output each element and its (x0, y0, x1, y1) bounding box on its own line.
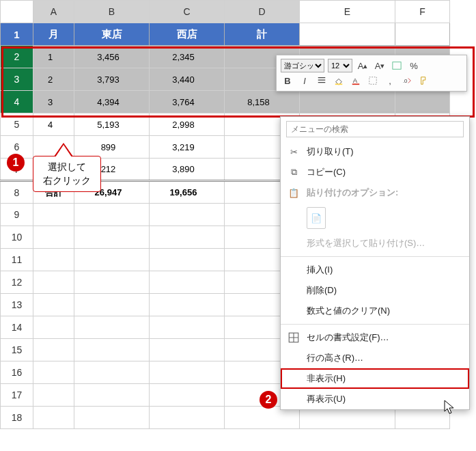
menu-hide[interactable]: 非表示(H) (281, 368, 469, 389)
row-header[interactable]: 10 (1, 226, 33, 249)
row-header-4[interactable]: 4 (1, 91, 33, 113)
menu-row-height[interactable]: 行の高さ(R)… (281, 348, 469, 368)
comma-style-icon[interactable]: , (383, 74, 397, 87)
accounting-format-icon[interactable] (390, 59, 404, 72)
col-header-b[interactable]: B (74, 1, 150, 23)
cell[interactable]: 3,456 (74, 46, 150, 68)
mouse-cursor-icon (444, 400, 456, 417)
italic-button[interactable]: I (298, 74, 311, 87)
cell[interactable]: 計 (225, 23, 300, 46)
col-header-f[interactable]: F (395, 1, 450, 23)
mini-toolbar[interactable]: 游ゴシック 12 A▴ A▾ % B I A , .0 (276, 55, 467, 92)
cell[interactable]: 899 (74, 136, 150, 159)
increase-font-icon[interactable]: A▴ (356, 59, 369, 72)
format-cells-icon (288, 331, 300, 344)
row-header-3[interactable]: 3 (1, 68, 33, 91)
cell[interactable]: 2 (33, 68, 74, 91)
menu-label: 数式と値のクリア(N) (307, 305, 390, 317)
cell[interactable]: 東店 (74, 23, 150, 46)
cell[interactable]: 3,440 (150, 68, 225, 91)
menu-separator (281, 324, 469, 325)
font-color-button[interactable]: A (349, 74, 363, 87)
row-header[interactable]: 16 (1, 361, 33, 384)
cell[interactable]: 4 (33, 113, 74, 136)
menu-paste-options: 📋 貼り付けのオプション: (281, 182, 469, 203)
align-button[interactable] (315, 74, 328, 87)
cell[interactable]: 19,656 (150, 181, 225, 204)
scissors-icon: ✂ (288, 147, 300, 157)
decrease-decimal-icon[interactable]: .0 (400, 74, 414, 87)
cell[interactable]: 2,998 (150, 113, 225, 136)
context-menu: ✂ 切り取り(T) ⧉ コピー(C) 📋 貼り付けのオプション: 📄 形式を選択… (280, 116, 470, 410)
menu-format-cells[interactable]: セルの書式設定(F)… (281, 327, 469, 348)
svg-rect-4 (369, 77, 377, 85)
cell[interactable]: 3,219 (150, 136, 225, 159)
menu-clear[interactable]: 数式と値のクリア(N) (281, 301, 469, 321)
cell[interactable]: 4,394 (74, 91, 150, 113)
row-header-1[interactable]: 1 (1, 23, 33, 46)
percent-icon[interactable]: % (407, 59, 421, 72)
col-header-e[interactable]: E (300, 1, 395, 23)
menu-search-input[interactable] (286, 121, 464, 137)
cell[interactable]: 2,345 (150, 46, 225, 68)
row-header[interactable]: 13 (1, 294, 33, 316)
col-header-d[interactable]: D (225, 1, 300, 23)
decrease-font-icon[interactable]: A▾ (373, 59, 387, 72)
menu-search[interactable] (281, 117, 469, 141)
cell[interactable]: 3,890 (150, 159, 225, 181)
cell[interactable] (395, 91, 450, 113)
menu-insert[interactable]: 挿入(I) (281, 260, 469, 280)
cell[interactable]: 3,793 (74, 68, 150, 91)
row-header[interactable]: 9 (1, 204, 33, 226)
select-all-corner[interactable] (1, 1, 33, 23)
menu-label: セルの書式設定(F)… (307, 331, 389, 344)
bold-button[interactable]: B (281, 74, 294, 87)
paste-icon: 📄 (307, 207, 326, 229)
font-name-select[interactable]: 游ゴシック (281, 59, 324, 72)
menu-paste-special: 形式を選択して貼り付け(S)… (281, 233, 469, 254)
svg-text:A: A (353, 77, 358, 84)
row-header[interactable]: 15 (1, 339, 33, 361)
cell[interactable] (300, 91, 395, 113)
cell[interactable]: 5,193 (74, 113, 150, 136)
col-header-a[interactable]: A (33, 1, 74, 23)
row-header-5[interactable]: 5 (1, 113, 33, 136)
row-header-8[interactable]: 8 (1, 181, 33, 204)
cell[interactable]: 月 (33, 23, 74, 46)
menu-unhide[interactable]: 再表示(U) (281, 389, 469, 409)
row-header[interactable]: 12 (1, 271, 33, 294)
cell[interactable]: 3,764 (150, 91, 225, 113)
menu-label: 行の高さ(R)… (307, 352, 363, 364)
row-header[interactable]: 17 (1, 384, 33, 407)
callout-line2: 右クリック (43, 174, 91, 188)
annotation-badge-1: 1 (7, 154, 25, 172)
col-header-c[interactable]: C (150, 1, 225, 23)
svg-rect-0 (393, 62, 401, 70)
fill-color-button[interactable] (332, 74, 346, 87)
menu-separator (281, 256, 469, 257)
cell[interactable]: 1 (33, 46, 74, 68)
menu-copy[interactable]: ⧉ コピー(C) (281, 162, 469, 182)
menu-label: 削除(D) (307, 284, 337, 297)
font-size-select[interactable]: 12 (328, 59, 352, 72)
cell[interactable]: 8,158 (225, 91, 300, 113)
cell[interactable]: 西店 (150, 23, 225, 46)
row-header[interactable]: 11 (1, 249, 33, 271)
svg-rect-3 (352, 83, 360, 85)
cell[interactable] (300, 23, 395, 46)
borders-button[interactable] (366, 74, 380, 87)
svg-text:.0: .0 (403, 78, 408, 84)
menu-delete[interactable]: 削除(D) (281, 280, 469, 301)
cell[interactable]: 3 (33, 91, 74, 113)
row-header[interactable]: 14 (1, 316, 33, 339)
svg-rect-1 (335, 83, 343, 85)
menu-cut[interactable]: ✂ 切り取り(T) (281, 141, 469, 162)
clipboard-icon: 📋 (288, 188, 300, 198)
cell[interactable] (395, 23, 450, 46)
annotation-callout: 選択して 右クリック (33, 156, 101, 192)
format-painter-icon[interactable] (417, 74, 431, 87)
callout-line1: 選択して (43, 161, 91, 174)
row-header[interactable]: 18 (1, 407, 33, 429)
annotation-badge-2: 2 (260, 391, 277, 409)
row-header-2[interactable]: 2 (1, 46, 33, 68)
